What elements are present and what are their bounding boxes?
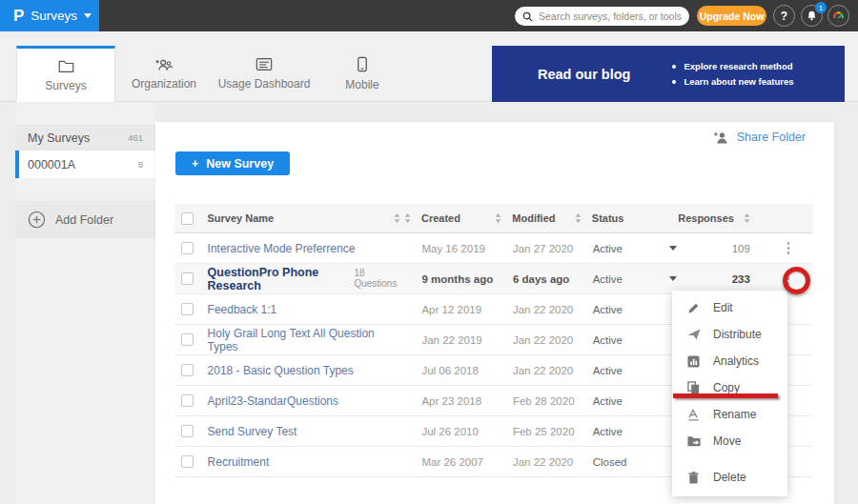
tab-label: Mobile [345, 78, 378, 91]
pencil-icon [686, 302, 701, 314]
survey-name-link[interactable]: Feedback 1:1 [208, 303, 277, 316]
menu-item-distribute[interactable]: Distribute [672, 321, 787, 348]
survey-name-link[interactable]: 2018 - Basic Question Types [208, 364, 354, 377]
new-survey-button[interactable]: + New Survey [175, 151, 290, 175]
header-responses[interactable]: Responses [678, 212, 734, 224]
app-window: P Surveys Upgrade Now ? 1 [0, 0, 858, 504]
select-all-checkbox[interactable] [181, 212, 194, 225]
menu-item-analytics[interactable]: Analytics [672, 348, 787, 374]
menu-item-copy[interactable]: Copy [672, 374, 787, 401]
add-folder-button[interactable]: Add Folder [15, 201, 155, 238]
menu-item-edit[interactable]: Edit [672, 294, 787, 321]
survey-name-link[interactable]: Interactive Mode Preferrence [208, 242, 356, 255]
dashboard-icon [255, 57, 273, 71]
upgrade-now-button[interactable]: Upgrade Now [697, 6, 766, 26]
menu-item-label: Analytics [713, 354, 759, 368]
rename-icon [686, 409, 701, 421]
folder-count: 461 [128, 132, 143, 143]
copy-icon [686, 381, 701, 394]
survey-name-link[interactable]: Send Survey Test [208, 425, 297, 438]
search-input[interactable] [539, 10, 682, 22]
status-value: Active [593, 365, 623, 376]
sort-icon[interactable] [495, 213, 501, 223]
new-survey-label: New Survey [206, 157, 274, 171]
menu-item-move[interactable]: Move [672, 428, 787, 454]
share-folder-label: Share Folder [737, 131, 806, 144]
status-value: Closed [593, 456, 627, 468]
row-menu-button-active[interactable] [784, 269, 794, 289]
product-switcher[interactable]: P Surveys [0, 0, 99, 31]
survey-name-link[interactable]: Recruitment [208, 455, 270, 469]
header-survey-name[interactable]: Survey Name [208, 212, 275, 224]
notification-badge: 1 [815, 2, 827, 13]
row-checkbox[interactable] [181, 242, 194, 254]
responses-count[interactable]: 233 [732, 273, 750, 285]
row-checkbox[interactable] [181, 303, 194, 315]
status-value: Active [593, 304, 623, 315]
status-value: Active [593, 273, 623, 285]
created-date: 9 months ago [421, 273, 493, 285]
survey-name-link[interactable]: Holy Grail Long Text All Question Types [208, 327, 401, 353]
status-value: Active [593, 334, 623, 346]
row-menu-button[interactable] [784, 238, 794, 258]
folder-count: 8 [138, 159, 143, 170]
modified-date: 6 days ago [513, 273, 569, 285]
sort-icon[interactable] [404, 213, 411, 223]
sort-icon[interactable] [575, 213, 582, 223]
header-status[interactable]: Status [592, 212, 624, 224]
menu-item-rename[interactable]: Rename [672, 401, 787, 428]
move-folder-icon [686, 435, 701, 447]
row-checkbox[interactable] [181, 333, 194, 346]
header-modified[interactable]: Modified [512, 212, 555, 224]
row-checkbox[interactable] [181, 425, 194, 437]
trash-icon [686, 472, 701, 484]
modified-date: Jan 22 2020 [513, 334, 573, 346]
gauge-icon [831, 9, 846, 23]
main-nav-tabs: Surveys Organization Usage Dashboard [0, 31, 858, 102]
row-checkbox[interactable] [181, 272, 194, 285]
responses-count[interactable]: 109 [732, 243, 750, 254]
menu-item-label: Rename [713, 408, 756, 421]
question-mark-icon: ? [781, 10, 787, 23]
menu-item-label: Copy [713, 381, 740, 394]
menu-item-label: Move [713, 434, 741, 448]
blog-bullet-list: Explore research method Learn about new … [672, 61, 793, 87]
row-checkbox[interactable] [181, 364, 194, 376]
header-created[interactable]: Created [421, 212, 460, 224]
share-folder-link[interactable]: Share Folder [713, 131, 806, 144]
product-name: Surveys [31, 9, 77, 23]
created-date: Apr 23 2018 [421, 395, 481, 407]
created-date: Jan 22 2019 [421, 334, 481, 346]
tab-organization[interactable]: Organization [115, 46, 213, 102]
modified-date: Feb 28 2020 [513, 395, 575, 407]
tab-mobile[interactable]: Mobile [316, 46, 409, 102]
survey-name-link[interactable]: QuestionPro Phone Research [208, 266, 348, 292]
global-search[interactable] [515, 7, 689, 26]
usage-meter-button[interactable] [827, 5, 849, 27]
questionpro-logo: P [13, 8, 24, 24]
sort-icon[interactable] [744, 213, 750, 223]
created-date: Mar 26 2007 [421, 456, 483, 468]
chevron-down-icon [84, 13, 92, 18]
blog-banner-title: Read our blog [538, 67, 630, 82]
status-dropdown-caret[interactable] [669, 276, 677, 281]
row-checkbox[interactable] [181, 455, 194, 468]
blog-banner[interactable]: Read our blog Explore research method Le… [492, 46, 845, 102]
sidebar-item-000001A-selected[interactable]: 000001A 8 [15, 151, 155, 178]
paper-plane-icon [686, 329, 701, 340]
tab-surveys[interactable]: Surveys [16, 46, 115, 102]
notifications-button[interactable]: 1 [801, 5, 823, 27]
modified-date: Jan 27 2020 [513, 243, 573, 254]
bar-chart-icon [686, 355, 701, 368]
menu-item-label: Distribute [713, 328, 762, 341]
tab-usage-dashboard[interactable]: Usage Dashboard [213, 46, 316, 102]
survey-name-link[interactable]: April23-StandarQuestions [208, 394, 338, 408]
menu-item-delete[interactable]: Delete [672, 464, 787, 491]
status-dropdown-caret[interactable] [669, 246, 677, 251]
sort-icon[interactable] [394, 213, 400, 223]
modified-date: Jan 22 2020 [513, 304, 573, 315]
row-checkbox[interactable] [181, 394, 194, 407]
search-icon [522, 11, 533, 22]
sidebar-item-my-surveys[interactable]: My Surveys 461 [15, 125, 155, 151]
help-button[interactable]: ? [773, 5, 795, 27]
